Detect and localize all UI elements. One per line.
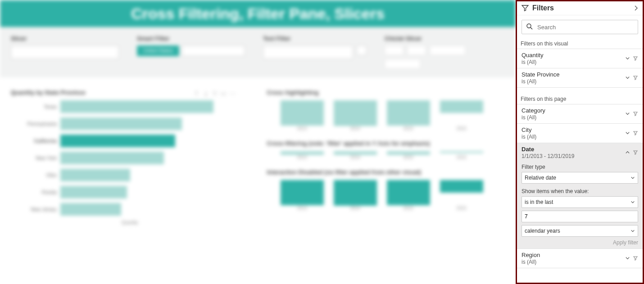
svg-line-1 [531, 27, 532, 29]
filter-name: Quantity [522, 52, 625, 59]
filters-pane-title: Filters [532, 4, 634, 12]
visual-toolbar: ⭱ ⭳ ▽ ▭ ⋯ [194, 90, 236, 97]
slicer-chiclet: Chiclet Slicer [385, 35, 475, 77]
filter-card-quantity[interactable]: Quantity is (All) [517, 49, 643, 68]
chevron-down-icon[interactable] [625, 111, 630, 117]
eraser-icon[interactable] [357, 45, 367, 55]
section-label-page: Filters on this page [517, 94, 643, 104]
focus-icon[interactable]: ▭ [221, 90, 226, 97]
chevron-up-icon[interactable] [625, 150, 630, 155]
chevron-down-icon[interactable] [625, 75, 630, 81]
filter-icon [522, 5, 529, 12]
filter-type-label: Filter type [522, 164, 638, 170]
slicer-label: Text Filter [263, 35, 367, 42]
filter-name: Region [522, 252, 625, 258]
chiclet[interactable] [385, 45, 404, 55]
bar-chart[interactable] [267, 100, 505, 126]
text-filter-input[interactable] [263, 45, 353, 59]
smart-filter-input[interactable] [182, 45, 245, 56]
slicer-label: Chiclet Slicer [385, 35, 475, 42]
relative-unit-value: calendar years [525, 228, 560, 234]
slicer-dropdown[interactable] [11, 45, 119, 59]
bar-chart[interactable] [267, 151, 505, 155]
smart-filter-chip[interactable]: United States [137, 45, 179, 56]
filter-name: Category [522, 107, 625, 114]
relative-op-select[interactable]: is in the last [522, 196, 638, 208]
more-icon[interactable]: ⋯ [230, 90, 236, 97]
bar-chart[interactable] [267, 180, 505, 206]
relative-op-value: is in the last [525, 199, 553, 205]
svg-point-0 [527, 24, 531, 28]
filter-name: State Province [522, 71, 625, 78]
condition-label: Show items when the value: [522, 188, 638, 194]
filters-search [522, 20, 638, 34]
slicer-plain: Slicer [11, 35, 119, 77]
report-canvas: Cross Filtering, Filter Pane, Slicers Sl… [0, 0, 516, 284]
filter-state: is (All) [522, 259, 625, 265]
drill-up-icon[interactable]: ⭱ [194, 90, 200, 97]
filter-state: is (All) [522, 134, 625, 140]
relative-unit-select[interactable]: calendar years [522, 225, 638, 237]
visual-title: Cross highlighting [267, 89, 505, 96]
section-label-visual: Filters on this visual [517, 39, 643, 49]
filter-card-region[interactable]: Region is (All) [517, 249, 643, 268]
bar-chart-horizontal[interactable]: Texas Pennsylvania California New York O… [11, 100, 249, 216]
chiclet[interactable] [430, 45, 466, 55]
filters-pane: Filters Filters on this visual Quantity … [516, 0, 644, 284]
slicer-text: Text Filter [263, 35, 367, 77]
slicer-smart: Smart Filter United States [137, 35, 245, 77]
x-axis-label: Quantity [11, 220, 249, 225]
filters-search-input[interactable] [522, 20, 638, 34]
filter-type-select[interactable]: Relative date [522, 172, 638, 184]
filter-name: Date [522, 146, 625, 153]
filter-state: is (All) [522, 114, 625, 121]
filter-card-date[interactable]: Date 1/1/2013 - 12/31/2019 Filter type R… [517, 143, 643, 249]
filter-card-city[interactable]: City is (All) [517, 124, 643, 143]
page-title: Cross Filtering, Filter Pane, Slicers [131, 5, 385, 23]
filters-pane-header: Filters [517, 1, 643, 15]
clear-filter-icon[interactable] [633, 56, 638, 61]
chiclet[interactable] [407, 45, 426, 55]
clear-filter-icon[interactable] [633, 75, 638, 81]
search-icon [526, 23, 533, 30]
clear-filter-icon[interactable] [633, 131, 638, 136]
clear-filter-icon[interactable] [633, 150, 638, 155]
chevron-down-icon[interactable] [625, 131, 630, 136]
chiclet[interactable] [385, 59, 421, 69]
filter-name: City [522, 126, 625, 133]
apply-filter-link[interactable]: Apply filter [522, 239, 638, 246]
filter-card-category[interactable]: Category is (All) [517, 104, 643, 124]
visual-title: Cross-filtering (note: 'filter' applied … [267, 140, 505, 147]
slicer-label: Smart Filter [137, 35, 245, 42]
drill-down-icon[interactable]: ⭳ [203, 90, 209, 97]
filter-icon[interactable]: ▽ [213, 90, 217, 97]
title-bar: Cross Filtering, Filter Pane, Slicers [0, 0, 516, 27]
filter-state: is (All) [522, 59, 625, 65]
filter-type-value: Relative date [525, 175, 556, 181]
relative-number-input[interactable] [522, 211, 638, 222]
chevron-down-icon[interactable] [625, 56, 630, 61]
collapse-pane-icon[interactable] [634, 5, 638, 11]
visual-title: Interaction Disabled (no filter applied … [267, 169, 505, 176]
filter-state: is (All) [522, 78, 625, 85]
filter-state: 1/1/2013 - 12/31/2019 [522, 153, 625, 159]
chevron-down-icon[interactable] [625, 256, 630, 261]
slicer-label: Slicer [11, 35, 119, 42]
clear-filter-icon[interactable] [633, 256, 638, 261]
filter-card-state-province[interactable]: State Province is (All) [517, 68, 643, 88]
clear-filter-icon[interactable] [633, 111, 638, 117]
